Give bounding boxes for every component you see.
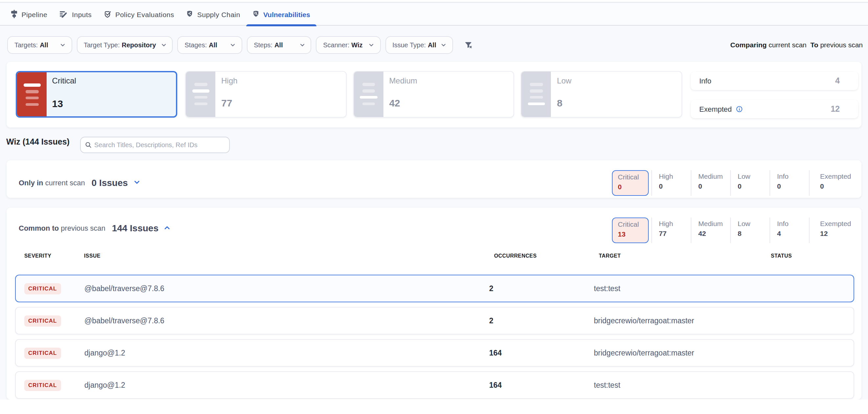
- search-input[interactable]: [94, 141, 225, 148]
- filter-value: Repository: [122, 41, 156, 48]
- issue-row[interactable]: CRITICAL @babel/traverse@7.8.6 2 bridgec…: [15, 306, 854, 334]
- filter-target-type[interactable]: Target Type: Repository: [76, 36, 173, 54]
- chip-value: 0: [618, 183, 648, 190]
- tab-label: Policy Evaluations: [115, 10, 174, 18]
- target-value: bridgecrewio/terragoat:master: [594, 317, 694, 325]
- tab-pipeline[interactable]: Pipeline: [5, 3, 54, 25]
- filter-value: All: [40, 41, 48, 48]
- exempted-label-text: Exempted: [699, 105, 732, 113]
- chip-value: 77: [659, 229, 691, 237]
- filter-scanner[interactable]: Scanner: Wiz: [316, 36, 380, 54]
- chip-label: Exempted: [820, 219, 855, 227]
- supply-chain-icon: [187, 10, 193, 18]
- severity-card-critical[interactable]: Critical 13: [16, 71, 177, 118]
- severity-card-high[interactable]: High 77: [185, 71, 346, 118]
- exempted-card-count: 12: [831, 104, 840, 113]
- tab-label: Pipeline: [21, 10, 47, 18]
- occurrences-value: 2: [489, 317, 493, 325]
- scanner-results-header: Wiz (144 Issues): [6, 132, 861, 157]
- exempted-card[interactable]: Exempted 12: [691, 99, 858, 118]
- occurrences-value: 164: [489, 349, 502, 357]
- comparing-word: Comparing: [731, 41, 767, 49]
- filter-value: All: [209, 41, 217, 48]
- window-top-strip: [0, 0, 868, 3]
- chevron-down-icon: [368, 42, 374, 48]
- tab-vulnerabilities[interactable]: Vulnerabilities: [247, 3, 316, 25]
- filter-stages[interactable]: Stages: All: [177, 36, 242, 54]
- chip-value: 0: [738, 182, 770, 190]
- issue-name: django@1.2: [84, 349, 125, 357]
- severity-bars-icon: [522, 72, 551, 117]
- only-in-header: Only in current scan 0 Issues: [19, 177, 140, 187]
- chip-high[interactable]: High 77: [651, 217, 691, 243]
- chip-critical[interactable]: Critical 0: [612, 170, 649, 196]
- issue-name: django@1.2: [84, 381, 125, 389]
- severity-card-low[interactable]: Low 8: [521, 71, 682, 118]
- target-value: test:test: [594, 381, 620, 389]
- chip-low[interactable]: Low 0: [730, 170, 770, 196]
- info-icon[interactable]: [736, 106, 742, 112]
- filter-issue-type[interactable]: Issue Type: All: [385, 36, 453, 54]
- severity-card-label: Medium: [389, 77, 417, 85]
- severity-bars-icon: [353, 72, 383, 117]
- info-card[interactable]: Info 4: [691, 71, 858, 90]
- issue-row[interactable]: CRITICAL django@1.2 164 bridgecrewio/ter…: [15, 339, 854, 366]
- severity-badge: CRITICAL: [24, 380, 61, 391]
- chip-critical[interactable]: Critical 13: [612, 217, 649, 243]
- tab-label: Supply Chain: [197, 10, 240, 18]
- chevron-down-icon: [299, 42, 305, 48]
- issue-row[interactable]: CRITICAL django@1.2 164 test:test: [15, 371, 854, 398]
- tab-inputs[interactable]: Inputs: [54, 3, 98, 25]
- severity-summary-panel: Critical 13 High 77 Medium 42 Low 8 Info…: [6, 61, 862, 127]
- tab-policy-evaluations[interactable]: Policy Evaluations: [98, 3, 180, 25]
- chip-label: Info: [777, 172, 809, 180]
- chevron-down-icon[interactable]: [133, 179, 140, 186]
- chip-low[interactable]: Low 8: [730, 217, 770, 243]
- severity-chips: Critical 13 High 77 Medium 42 Low 8 Info…: [612, 217, 855, 243]
- issue-name: @babel/traverse@7.8.6: [84, 285, 164, 292]
- chip-value: 0: [777, 182, 809, 190]
- chip-exempted[interactable]: Exempted 12: [809, 217, 855, 243]
- search-box: [80, 136, 229, 153]
- filter-targets[interactable]: Targets: All: [7, 36, 72, 54]
- clear-filters-icon[interactable]: [464, 40, 473, 49]
- severity-bars-icon: [18, 72, 47, 117]
- issues-table-body: CRITICAL @babel/traverse@7.8.6 2 test:te…: [15, 274, 854, 403]
- pipeline-icon: [11, 10, 17, 18]
- severity-card-medium[interactable]: Medium 42: [353, 71, 514, 118]
- filter-text: Target Type: Repository: [84, 41, 156, 48]
- severity-badge: CRITICAL: [24, 347, 61, 358]
- chip-label: Info: [777, 219, 809, 227]
- issue-row[interactable]: CRITICAL @babel/traverse@7.8.6 2 test:te…: [15, 274, 854, 302]
- occurrences-value: 2: [489, 285, 493, 292]
- filter-text: Stages: All: [185, 41, 217, 48]
- filter-steps[interactable]: Steps: All: [247, 36, 311, 54]
- column-header-severity: SEVERITY: [24, 253, 51, 259]
- chevron-up-icon[interactable]: [164, 224, 171, 231]
- filter-value: All: [428, 41, 436, 48]
- tab-label: Inputs: [72, 10, 92, 18]
- chip-medium[interactable]: Medium 0: [691, 170, 730, 196]
- severity-bars-icon: [186, 72, 215, 117]
- comparing-scans-note: Comparing current scan To previous scan: [731, 36, 863, 54]
- chip-info[interactable]: Info 4: [770, 217, 809, 243]
- chip-high[interactable]: High 0: [651, 170, 691, 196]
- execution-tab-bar: Pipeline Inputs Policy Evaluat: [0, 3, 868, 26]
- filter-text: Steps: All: [254, 41, 283, 48]
- filter-text: Scanner: Wiz: [323, 41, 363, 48]
- chevron-down-icon: [60, 42, 66, 48]
- severity-card-count: 13: [52, 98, 63, 109]
- filter-value: Wiz: [351, 41, 363, 48]
- comparing-previous: previous scan: [818, 41, 863, 49]
- chip-value: 0: [820, 182, 855, 190]
- filter-text: Issue Type: All: [392, 41, 436, 48]
- severity-card-count: 8: [557, 98, 563, 108]
- section-prefix: Common to: [19, 224, 59, 232]
- tab-supply-chain[interactable]: Supply Chain: [181, 3, 247, 25]
- chip-info[interactable]: Info 0: [770, 170, 809, 196]
- severity-card-count: 42: [389, 98, 400, 108]
- page-footer-strip: [0, 400, 868, 414]
- chip-exempted[interactable]: Exempted 0: [809, 170, 855, 196]
- info-card-label: Info: [699, 77, 711, 84]
- chip-medium[interactable]: Medium 42: [691, 217, 730, 243]
